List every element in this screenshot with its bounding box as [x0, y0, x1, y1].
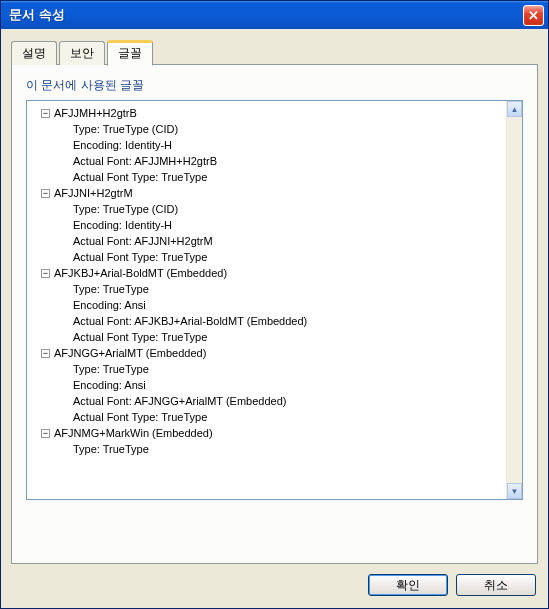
scrollbar[interactable]: ▲ ▼ — [506, 101, 522, 499]
tab-description[interactable]: 설명 — [11, 41, 57, 65]
collapse-icon[interactable]: − — [41, 109, 50, 118]
scroll-down-icon[interactable]: ▼ — [507, 483, 522, 499]
font-row[interactable]: −AFJNMG+MarkWin (Embedded) — [29, 425, 504, 441]
collapse-icon[interactable]: − — [41, 189, 50, 198]
font-detail: Actual Font: AFJNGG+ArialMT (Embedded) — [29, 393, 504, 409]
font-detail: Type: TrueType — [29, 361, 504, 377]
close-icon[interactable]: ✕ — [523, 5, 544, 26]
font-row[interactable]: −AFJJMH+H2gtrB — [29, 105, 504, 121]
tab-panel-fonts: 이 문서에 사용된 글꼴 −AFJJMH+H2gtrBType: TrueTyp… — [11, 64, 538, 564]
font-row[interactable]: −AFJJNI+H2gtrM — [29, 185, 504, 201]
font-detail: Encoding: Identity-H — [29, 137, 504, 153]
section-title: 이 문서에 사용된 글꼴 — [26, 77, 523, 94]
tabstrip: 설명 보안 글꼴 — [11, 39, 538, 64]
font-row[interactable]: −AFJKBJ+Arial-BoldMT (Embedded) — [29, 265, 504, 281]
ok-button[interactable]: 확인 — [368, 574, 448, 596]
font-name: AFJKBJ+Arial-BoldMT (Embedded) — [54, 265, 227, 281]
scroll-up-icon[interactable]: ▲ — [507, 101, 522, 117]
font-detail: Encoding: Identity-H — [29, 217, 504, 233]
font-node: −AFJNMG+MarkWin (Embedded)Type: TrueType — [29, 425, 504, 457]
font-node: −AFJJNI+H2gtrMType: TrueType (CID)Encodi… — [29, 185, 504, 265]
dialog-window: 문서 속성 ✕ 설명 보안 글꼴 이 문서에 사용된 글꼴 −AFJJMH+H2… — [0, 0, 549, 609]
cancel-button[interactable]: 취소 — [456, 574, 536, 596]
font-node: −AFJJMH+H2gtrBType: TrueType (CID)Encodi… — [29, 105, 504, 185]
font-detail: Actual Font Type: TrueType — [29, 329, 504, 345]
font-node: −AFJKBJ+Arial-BoldMT (Embedded)Type: Tru… — [29, 265, 504, 345]
fonts-tree[interactable]: −AFJJMH+H2gtrBType: TrueType (CID)Encodi… — [27, 101, 506, 499]
font-detail: Type: TrueType (CID) — [29, 201, 504, 217]
tab-fonts[interactable]: 글꼴 — [107, 40, 153, 66]
collapse-icon[interactable]: − — [41, 349, 50, 358]
font-detail: Encoding: Ansi — [29, 297, 504, 313]
font-detail: Actual Font: AFJKBJ+Arial-BoldMT (Embedd… — [29, 313, 504, 329]
dialog-buttons: 확인 취소 — [11, 564, 538, 598]
titlebar[interactable]: 문서 속성 ✕ — [1, 1, 548, 29]
font-detail: Actual Font Type: TrueType — [29, 249, 504, 265]
font-detail: Type: TrueType — [29, 281, 504, 297]
fonts-listbox: −AFJJMH+H2gtrBType: TrueType (CID)Encodi… — [26, 100, 523, 500]
collapse-icon[interactable]: − — [41, 269, 50, 278]
font-detail: Encoding: Ansi — [29, 377, 504, 393]
font-detail: Actual Font: AFJJMH+H2gtrB — [29, 153, 504, 169]
collapse-icon[interactable]: − — [41, 429, 50, 438]
font-name: AFJJNI+H2gtrM — [54, 185, 133, 201]
font-row[interactable]: −AFJNGG+ArialMT (Embedded) — [29, 345, 504, 361]
font-detail: Actual Font Type: TrueType — [29, 169, 504, 185]
font-node: −AFJNGG+ArialMT (Embedded)Type: TrueType… — [29, 345, 504, 425]
font-name: AFJNGG+ArialMT (Embedded) — [54, 345, 206, 361]
font-detail: Actual Font Type: TrueType — [29, 409, 504, 425]
window-title: 문서 속성 — [9, 6, 65, 24]
font-detail: Type: TrueType — [29, 441, 504, 457]
font-name: AFJJMH+H2gtrB — [54, 105, 137, 121]
tab-security[interactable]: 보안 — [59, 41, 105, 65]
font-detail: Type: TrueType (CID) — [29, 121, 504, 137]
font-detail: Actual Font: AFJJNI+H2gtrM — [29, 233, 504, 249]
font-name: AFJNMG+MarkWin (Embedded) — [54, 425, 213, 441]
client-area: 설명 보안 글꼴 이 문서에 사용된 글꼴 −AFJJMH+H2gtrBType… — [1, 29, 548, 608]
